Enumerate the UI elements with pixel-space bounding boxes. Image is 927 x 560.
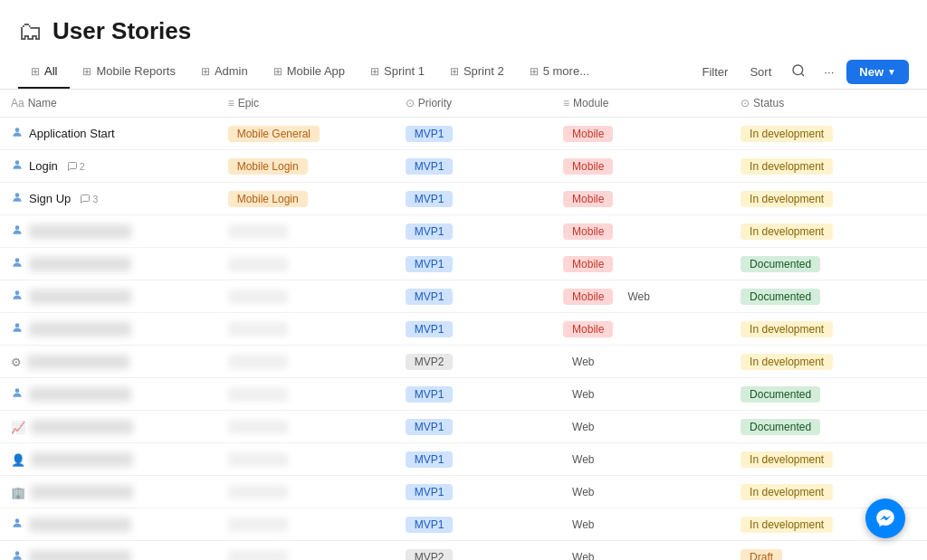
status-cell: In development	[730, 313, 927, 345]
comment-badge: 2	[67, 161, 85, 172]
table-row[interactable]: 👤Row name hiddenEpic nameMVP1WebIn devel…	[0, 443, 927, 476]
priority-cell: MVP1	[395, 313, 552, 345]
table-icon: ⊞	[273, 65, 282, 78]
status-cell: In development	[730, 118, 927, 149]
row-name-blurred: Row name hidden	[27, 355, 129, 369]
priority-cell: MVP1	[395, 508, 552, 540]
priority-cell: MVP1	[395, 443, 552, 475]
col-header-status: ⊙Status	[730, 90, 927, 118]
status-cell: Documented	[730, 378, 927, 410]
module-cell: Mobile	[552, 150, 730, 182]
epic-blurred: Epic name	[228, 420, 288, 434]
table-row[interactable]: Sign Up3Mobile LoginMVP1MobileIn develop…	[0, 183, 927, 215]
table-row[interactable]: 🏢Row name hiddenEpic nameMVP1WebIn devel…	[0, 476, 927, 508]
module-cell: Web	[552, 541, 730, 560]
tab-label: Mobile Reports	[96, 64, 175, 78]
row-icon	[11, 517, 24, 532]
priority-cell: MVP1	[395, 183, 552, 214]
table-container: AaName ≡Epic ⊙Priority ≡Module ⊙Status A…	[0, 90, 927, 560]
new-button[interactable]: New ▼	[846, 60, 909, 84]
row-name-blurred: Row name hidden	[29, 257, 131, 271]
messenger-fab[interactable]	[865, 498, 905, 538]
module-cell: Web	[552, 378, 730, 410]
search-icon-btn[interactable]	[786, 60, 811, 84]
status-cell: Draft	[730, 541, 927, 560]
table-row[interactable]: Row name hiddenEpic nameMVP2WebDraft	[0, 541, 927, 561]
table-row[interactable]: ⚙Row name hiddenEpic nameMVP2WebIn devel…	[0, 346, 927, 378]
module-cell: Web	[552, 508, 730, 540]
table-row[interactable]: Row name hiddenEpic nameMVP1MobileWebDoc…	[0, 280, 927, 313]
module-cell: Mobile	[552, 248, 730, 280]
module-cell: Web	[552, 346, 730, 377]
row-name-blurred: Row name hidden	[31, 420, 133, 434]
row-icon: 📈	[11, 420, 25, 434]
svg-point-0	[793, 65, 803, 75]
user-stories-table: AaName ≡Epic ⊙Priority ≡Module ⊙Status A…	[0, 90, 927, 560]
epic-blurred: Epic name	[228, 452, 288, 467]
epic-blurred: Epic name	[228, 387, 288, 402]
svg-point-7	[15, 290, 20, 295]
module-cell: MobileWeb	[552, 280, 730, 312]
status-cell: In development	[730, 443, 927, 475]
tab-label: 5 more...	[543, 64, 589, 78]
tab-admin[interactable]: ⊞Admin	[188, 55, 261, 89]
row-icon	[11, 289, 24, 304]
epic-blurred: Epic name	[228, 485, 288, 499]
module-cell: Mobile	[552, 118, 730, 149]
tab-mobile-app[interactable]: ⊞Mobile App	[261, 55, 358, 89]
svg-point-2	[15, 128, 20, 132]
table-row[interactable]: Row name hiddenEpic nameMVP1WebDocumente…	[0, 378, 927, 411]
table-row[interactable]: 📈Row name hiddenEpic nameMVP1WebDocument…	[0, 411, 927, 443]
tab-all[interactable]: ⊞All	[18, 55, 70, 89]
row-name-blurred: Row name hidden	[29, 387, 131, 402]
epic-blurred: Epic name	[228, 355, 288, 369]
svg-point-5	[15, 225, 20, 230]
table-icon: ⊞	[530, 65, 539, 78]
filter-button[interactable]: Filter	[695, 62, 736, 82]
row-name-blurred: Row name hidden	[29, 517, 131, 532]
table-row[interactable]: Application StartMobile GeneralMVP1Mobil…	[0, 118, 927, 150]
row-name: Login	[29, 159, 58, 173]
table-row[interactable]: Login2Mobile LoginMVP1MobileIn developme…	[0, 150, 927, 183]
table-row[interactable]: Row name hiddenEpic nameMVP1MobileIn dev…	[0, 215, 927, 248]
chevron-down-icon: ▼	[887, 67, 896, 77]
module-cell: Web	[552, 411, 730, 442]
table-header-row: AaName ≡Epic ⊙Priority ≡Module ⊙Status	[0, 90, 927, 118]
epic-blurred: Epic name	[228, 289, 288, 304]
epic-tag: Mobile Login	[228, 191, 308, 207]
row-icon	[11, 549, 24, 560]
tab-sprint-1[interactable]: ⊞Sprint 1	[358, 55, 437, 89]
module-cell: Mobile	[552, 183, 730, 214]
priority-cell: MVP2	[395, 541, 552, 560]
tab-sprint-2[interactable]: ⊞Sprint 2	[437, 55, 517, 89]
tab-mobile-reports[interactable]: ⊞Mobile Reports	[70, 55, 187, 89]
row-name-blurred: Row name hidden	[31, 485, 133, 499]
row-icon: ⚙	[11, 355, 22, 369]
row-name-blurred: Row name hidden	[29, 224, 131, 239]
row-name-blurred: Row name hidden	[29, 289, 131, 304]
sort-button[interactable]: Sort	[742, 62, 779, 82]
svg-point-8	[15, 323, 20, 327]
table-row[interactable]: Row name hiddenEpic nameMVP1WebIn develo…	[0, 508, 927, 541]
priority-cell: MVP1	[395, 248, 552, 280]
row-icon	[11, 158, 24, 174]
row-name: Application Start	[29, 127, 115, 140]
col-header-name: AaName	[0, 90, 217, 118]
status-cell: In development	[730, 215, 927, 247]
table-row[interactable]: Row name hiddenEpic nameMVP1MobileIn dev…	[0, 313, 927, 346]
row-icon	[11, 223, 24, 239]
tab-more[interactable]: ⊞5 more...	[517, 55, 602, 89]
more-options-button[interactable]: ···	[818, 62, 839, 82]
svg-point-10	[15, 518, 20, 523]
table-icon: ⊞	[31, 65, 40, 78]
priority-cell: MVP1	[395, 280, 552, 312]
epic-tag: Mobile General	[228, 126, 320, 142]
table-row[interactable]: Row name hiddenEpic nameMVP1MobileDocume…	[0, 248, 927, 280]
module-cell: Web	[552, 476, 730, 508]
row-name-blurred: Row name hidden	[31, 452, 133, 467]
status-cell: Documented	[730, 411, 927, 442]
priority-cell: MVP1	[395, 150, 552, 182]
row-icon	[11, 256, 24, 271]
tab-label: Sprint 1	[384, 64, 425, 78]
priority-cell: MVP1	[395, 378, 552, 410]
